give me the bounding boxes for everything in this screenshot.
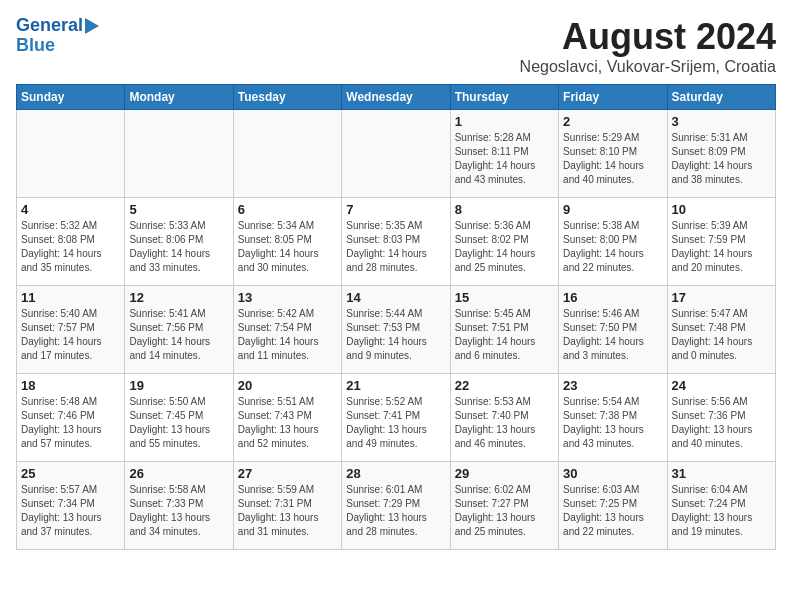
- cell-content: Sunrise: 6:01 AM Sunset: 7:29 PM Dayligh…: [346, 483, 445, 539]
- cell-content: Sunrise: 5:47 AM Sunset: 7:48 PM Dayligh…: [672, 307, 771, 363]
- cell-content: Sunrise: 5:45 AM Sunset: 7:51 PM Dayligh…: [455, 307, 554, 363]
- calendar-cell: 7Sunrise: 5:35 AM Sunset: 8:03 PM Daylig…: [342, 198, 450, 286]
- cell-content: Sunrise: 6:02 AM Sunset: 7:27 PM Dayligh…: [455, 483, 554, 539]
- cell-content: Sunrise: 5:39 AM Sunset: 7:59 PM Dayligh…: [672, 219, 771, 275]
- calendar-cell: 2Sunrise: 5:29 AM Sunset: 8:10 PM Daylig…: [559, 110, 667, 198]
- logo-text2: Blue: [16, 36, 55, 56]
- cell-content: Sunrise: 5:32 AM Sunset: 8:08 PM Dayligh…: [21, 219, 120, 275]
- day-number: 31: [672, 466, 771, 481]
- header-day-sunday: Sunday: [17, 85, 125, 110]
- calendar-cell: 16Sunrise: 5:46 AM Sunset: 7:50 PM Dayli…: [559, 286, 667, 374]
- day-number: 11: [21, 290, 120, 305]
- day-number: 20: [238, 378, 337, 393]
- page-title: August 2024: [520, 16, 776, 58]
- day-number: 5: [129, 202, 228, 217]
- cell-content: Sunrise: 5:38 AM Sunset: 8:00 PM Dayligh…: [563, 219, 662, 275]
- header-row: SundayMondayTuesdayWednesdayThursdayFrid…: [17, 85, 776, 110]
- cell-content: Sunrise: 5:51 AM Sunset: 7:43 PM Dayligh…: [238, 395, 337, 451]
- cell-content: Sunrise: 5:29 AM Sunset: 8:10 PM Dayligh…: [563, 131, 662, 187]
- cell-content: Sunrise: 5:33 AM Sunset: 8:06 PM Dayligh…: [129, 219, 228, 275]
- calendar-cell: 26Sunrise: 5:58 AM Sunset: 7:33 PM Dayli…: [125, 462, 233, 550]
- calendar-cell: 18Sunrise: 5:48 AM Sunset: 7:46 PM Dayli…: [17, 374, 125, 462]
- day-number: 17: [672, 290, 771, 305]
- calendar-cell: 30Sunrise: 6:03 AM Sunset: 7:25 PM Dayli…: [559, 462, 667, 550]
- header-day-thursday: Thursday: [450, 85, 558, 110]
- day-number: 15: [455, 290, 554, 305]
- cell-content: Sunrise: 6:04 AM Sunset: 7:24 PM Dayligh…: [672, 483, 771, 539]
- header-day-friday: Friday: [559, 85, 667, 110]
- cell-content: Sunrise: 5:44 AM Sunset: 7:53 PM Dayligh…: [346, 307, 445, 363]
- day-number: 3: [672, 114, 771, 129]
- calendar-cell: 9Sunrise: 5:38 AM Sunset: 8:00 PM Daylig…: [559, 198, 667, 286]
- calendar-cell: 29Sunrise: 6:02 AM Sunset: 7:27 PM Dayli…: [450, 462, 558, 550]
- logo-text: General: [16, 16, 83, 36]
- calendar-header: SundayMondayTuesdayWednesdayThursdayFrid…: [17, 85, 776, 110]
- calendar-cell: 8Sunrise: 5:36 AM Sunset: 8:02 PM Daylig…: [450, 198, 558, 286]
- day-number: 9: [563, 202, 662, 217]
- calendar-cell: 27Sunrise: 5:59 AM Sunset: 7:31 PM Dayli…: [233, 462, 341, 550]
- day-number: 1: [455, 114, 554, 129]
- calendar-cell: 28Sunrise: 6:01 AM Sunset: 7:29 PM Dayli…: [342, 462, 450, 550]
- day-number: 25: [21, 466, 120, 481]
- cell-content: Sunrise: 5:46 AM Sunset: 7:50 PM Dayligh…: [563, 307, 662, 363]
- header-day-saturday: Saturday: [667, 85, 775, 110]
- calendar-cell: 25Sunrise: 5:57 AM Sunset: 7:34 PM Dayli…: [17, 462, 125, 550]
- calendar-week-4: 18Sunrise: 5:48 AM Sunset: 7:46 PM Dayli…: [17, 374, 776, 462]
- header-day-wednesday: Wednesday: [342, 85, 450, 110]
- cell-content: Sunrise: 6:03 AM Sunset: 7:25 PM Dayligh…: [563, 483, 662, 539]
- day-number: 6: [238, 202, 337, 217]
- calendar-week-5: 25Sunrise: 5:57 AM Sunset: 7:34 PM Dayli…: [17, 462, 776, 550]
- page-subtitle: Negoslavci, Vukovar-Srijem, Croatia: [520, 58, 776, 76]
- day-number: 7: [346, 202, 445, 217]
- day-number: 14: [346, 290, 445, 305]
- calendar-cell: 5Sunrise: 5:33 AM Sunset: 8:06 PM Daylig…: [125, 198, 233, 286]
- header-day-tuesday: Tuesday: [233, 85, 341, 110]
- calendar-cell: 14Sunrise: 5:44 AM Sunset: 7:53 PM Dayli…: [342, 286, 450, 374]
- day-number: 28: [346, 466, 445, 481]
- cell-content: Sunrise: 5:54 AM Sunset: 7:38 PM Dayligh…: [563, 395, 662, 451]
- day-number: 18: [21, 378, 120, 393]
- cell-content: Sunrise: 5:56 AM Sunset: 7:36 PM Dayligh…: [672, 395, 771, 451]
- day-number: 24: [672, 378, 771, 393]
- day-number: 8: [455, 202, 554, 217]
- cell-content: Sunrise: 5:48 AM Sunset: 7:46 PM Dayligh…: [21, 395, 120, 451]
- day-number: 2: [563, 114, 662, 129]
- calendar-cell: 20Sunrise: 5:51 AM Sunset: 7:43 PM Dayli…: [233, 374, 341, 462]
- calendar-cell: 22Sunrise: 5:53 AM Sunset: 7:40 PM Dayli…: [450, 374, 558, 462]
- title-block: August 2024 Negoslavci, Vukovar-Srijem, …: [520, 16, 776, 76]
- calendar-cell: 10Sunrise: 5:39 AM Sunset: 7:59 PM Dayli…: [667, 198, 775, 286]
- calendar-cell: 15Sunrise: 5:45 AM Sunset: 7:51 PM Dayli…: [450, 286, 558, 374]
- day-number: 26: [129, 466, 228, 481]
- page-header: General Blue August 2024 Negoslavci, Vuk…: [16, 16, 776, 76]
- cell-content: Sunrise: 5:59 AM Sunset: 7:31 PM Dayligh…: [238, 483, 337, 539]
- day-number: 4: [21, 202, 120, 217]
- cell-content: Sunrise: 5:35 AM Sunset: 8:03 PM Dayligh…: [346, 219, 445, 275]
- day-number: 30: [563, 466, 662, 481]
- cell-content: Sunrise: 5:41 AM Sunset: 7:56 PM Dayligh…: [129, 307, 228, 363]
- calendar-cell: 23Sunrise: 5:54 AM Sunset: 7:38 PM Dayli…: [559, 374, 667, 462]
- calendar-cell: 11Sunrise: 5:40 AM Sunset: 7:57 PM Dayli…: [17, 286, 125, 374]
- cell-content: Sunrise: 5:40 AM Sunset: 7:57 PM Dayligh…: [21, 307, 120, 363]
- cell-content: Sunrise: 5:52 AM Sunset: 7:41 PM Dayligh…: [346, 395, 445, 451]
- calendar-week-2: 4Sunrise: 5:32 AM Sunset: 8:08 PM Daylig…: [17, 198, 776, 286]
- calendar-cell: [233, 110, 341, 198]
- cell-content: Sunrise: 5:42 AM Sunset: 7:54 PM Dayligh…: [238, 307, 337, 363]
- cell-content: Sunrise: 5:58 AM Sunset: 7:33 PM Dayligh…: [129, 483, 228, 539]
- cell-content: Sunrise: 5:36 AM Sunset: 8:02 PM Dayligh…: [455, 219, 554, 275]
- calendar-cell: 3Sunrise: 5:31 AM Sunset: 8:09 PM Daylig…: [667, 110, 775, 198]
- day-number: 10: [672, 202, 771, 217]
- day-number: 21: [346, 378, 445, 393]
- cell-content: Sunrise: 5:50 AM Sunset: 7:45 PM Dayligh…: [129, 395, 228, 451]
- cell-content: Sunrise: 5:34 AM Sunset: 8:05 PM Dayligh…: [238, 219, 337, 275]
- calendar-cell: 31Sunrise: 6:04 AM Sunset: 7:24 PM Dayli…: [667, 462, 775, 550]
- calendar-cell: 4Sunrise: 5:32 AM Sunset: 8:08 PM Daylig…: [17, 198, 125, 286]
- calendar-cell: 12Sunrise: 5:41 AM Sunset: 7:56 PM Dayli…: [125, 286, 233, 374]
- calendar-cell: 19Sunrise: 5:50 AM Sunset: 7:45 PM Dayli…: [125, 374, 233, 462]
- cell-content: Sunrise: 5:31 AM Sunset: 8:09 PM Dayligh…: [672, 131, 771, 187]
- day-number: 19: [129, 378, 228, 393]
- cell-content: Sunrise: 5:53 AM Sunset: 7:40 PM Dayligh…: [455, 395, 554, 451]
- calendar-cell: [17, 110, 125, 198]
- calendar-week-3: 11Sunrise: 5:40 AM Sunset: 7:57 PM Dayli…: [17, 286, 776, 374]
- day-number: 13: [238, 290, 337, 305]
- cell-content: Sunrise: 5:57 AM Sunset: 7:34 PM Dayligh…: [21, 483, 120, 539]
